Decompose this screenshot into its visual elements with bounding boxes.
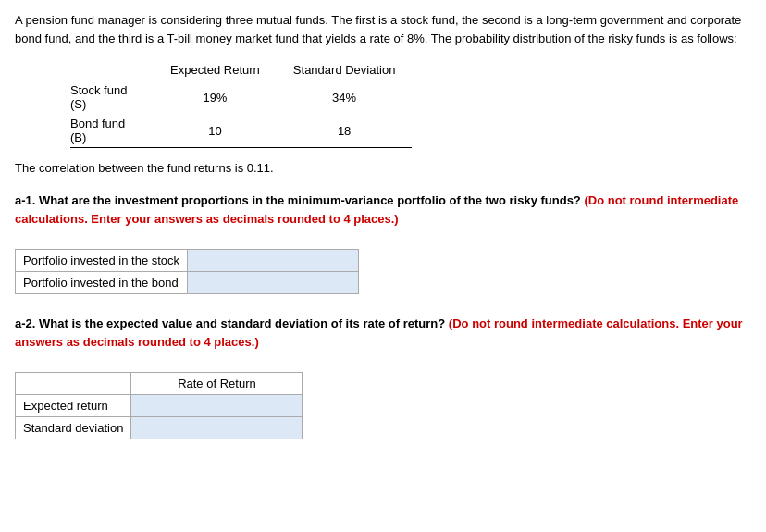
a2-stddev-input[interactable]	[139, 421, 294, 435]
stock-fund-label: Stock fund(S)	[70, 80, 154, 115]
a1-bond-input-cell	[188, 272, 359, 294]
a1-stock-label: Portfolio invested in the stock	[16, 250, 188, 272]
bond-std-deviation: 18	[277, 114, 413, 148]
a2-expected-label: Expected return	[16, 395, 131, 417]
a1-stock-input-cell	[188, 250, 359, 272]
table-row: Bond fund(B) 10 18	[70, 114, 412, 148]
section-a2-title: a-2. What is the expected value and stan…	[15, 315, 751, 351]
section-a1-text: What are the investment proportions in t…	[39, 193, 581, 207]
a1-stock-input[interactable]	[195, 254, 351, 267]
correlation-text: The correlation between the fund returns…	[15, 161, 751, 175]
a2-rate-table: Rate of Return Expected return Standard …	[15, 372, 303, 439]
a2-stddev-input-cell	[131, 417, 303, 439]
section-a2: a-2. What is the expected value and stan…	[15, 315, 751, 439]
a1-row-bond: Portfolio invested in the bond	[16, 272, 359, 294]
section-a2-label: a-2.	[15, 316, 35, 330]
bond-fund-label: Bond fund(B)	[70, 114, 154, 148]
a2-empty-header	[16, 373, 131, 395]
std-deviation-header: Standard Deviation	[277, 60, 413, 80]
section-a1-label: a-1.	[15, 193, 35, 207]
a1-bond-label: Portfolio invested in the bond	[16, 272, 188, 294]
a2-expected-input-cell	[131, 395, 303, 417]
section-a2-text: What is the expected value and standard …	[39, 316, 445, 330]
section-a1-title: a-1. What are the investment proportions…	[15, 192, 751, 228]
a1-input-table: Portfolio invested in the stock Portfoli…	[15, 249, 359, 294]
data-table: Expected Return Standard Deviation Stock…	[70, 60, 412, 148]
a1-row-stock: Portfolio invested in the stock	[16, 250, 359, 272]
expected-return-header: Expected Return	[154, 60, 277, 80]
intro-text: A pension fund manager is considering th…	[15, 11, 751, 47]
section-a1: a-1. What are the investment proportions…	[15, 192, 751, 294]
a2-row-stddev: Standard deviation	[16, 417, 303, 439]
stock-expected-return: 19%	[154, 80, 277, 115]
a1-bond-input[interactable]	[195, 276, 351, 290]
a2-rate-header: Rate of Return	[131, 373, 303, 395]
table-row: Stock fund(S) 19% 34%	[70, 80, 412, 115]
a2-expected-input[interactable]	[139, 399, 294, 413]
empty-header	[70, 60, 154, 80]
bond-expected-return: 10	[154, 114, 277, 148]
a2-row-expected: Expected return	[16, 395, 303, 417]
a2-stddev-label: Standard deviation	[16, 417, 131, 439]
stock-std-deviation: 34%	[277, 80, 413, 115]
